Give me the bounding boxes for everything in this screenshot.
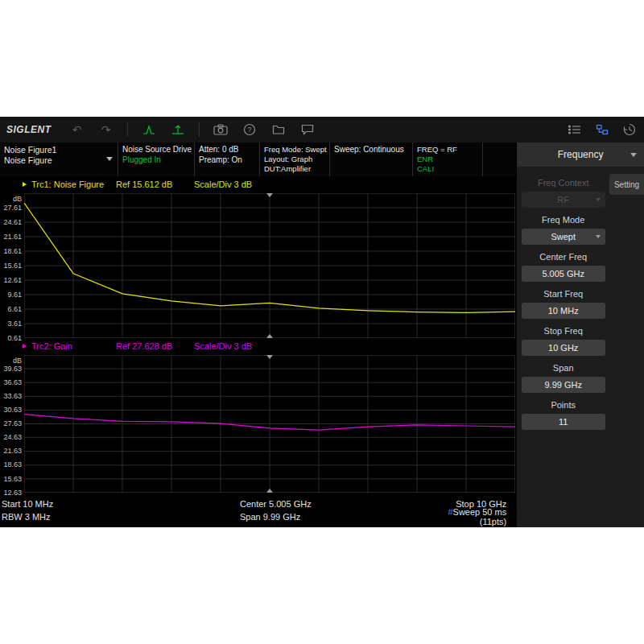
content-row: Noise Figure1 Noise Figure Noise Source … xyxy=(0,142,644,527)
center-freq-field[interactable]: 5.005 GHz xyxy=(522,266,605,282)
signal-a-icon[interactable] xyxy=(141,122,157,137)
lan-icon[interactable] xyxy=(594,122,610,137)
undo-icon[interactable]: ↶ xyxy=(69,122,85,137)
start-freq-field[interactable]: 10 MHz xyxy=(522,303,605,319)
y-tick-label: 27.61 xyxy=(3,204,22,212)
chat-icon[interactable] xyxy=(299,122,316,137)
measure-type: Noise Figure xyxy=(4,155,114,166)
noise-figure-plot[interactable]: dB27.6124.6121.6118.6115.6112.619.616.61… xyxy=(24,193,515,338)
y-tick-label: 3.61 xyxy=(7,320,22,328)
y-tick-label: 24.61 xyxy=(3,218,22,226)
y-tick-label: 18.61 xyxy=(3,247,22,255)
gain-trace xyxy=(24,355,515,493)
points-label: Points xyxy=(551,400,576,410)
noise-source-label: Noise Source Drive xyxy=(122,145,190,155)
trace-select-icon xyxy=(23,182,27,187)
freq-mode-dropdown[interactable]: Swept xyxy=(522,229,605,245)
y-tick-label: 21.61 xyxy=(3,233,22,241)
menu-item-stop-freq: Stop Freq 10 GHz xyxy=(517,326,609,356)
center-freq-readout: Center 5.005 GHz xyxy=(240,499,430,509)
noise-source-state: Plugged In xyxy=(122,155,190,166)
y-tick-label: 15.61 xyxy=(3,262,22,270)
freq-status-cell[interactable]: FREQ = RF ENR CALI xyxy=(413,142,483,176)
freq-context-label: Freq Context xyxy=(538,178,589,188)
measurement-column: Noise Figure1 Noise Figure Noise Source … xyxy=(0,142,516,527)
menu-item-start-freq: Start Freq 10 MHz xyxy=(517,289,609,319)
stop-freq-field[interactable]: 10 GHz xyxy=(522,340,605,356)
y-tick-label: dB xyxy=(13,195,22,203)
preamp-state: Preamp: On xyxy=(199,155,255,166)
trace1-ref: Ref 15.612 dB xyxy=(116,180,194,189)
chevron-down-icon xyxy=(596,235,601,238)
span-readout: Span 9.99 GHz xyxy=(240,512,430,522)
trace2-ref: Ref 27.628 dB xyxy=(116,341,194,351)
noise-figure-trace xyxy=(24,193,515,338)
trace1-header[interactable]: Trc1: Noise Figure Ref 15.612 dB Scale/D… xyxy=(0,176,516,193)
sweep-readout: #Sweep 50 ms (11pts) xyxy=(430,507,516,526)
panel-title-label: Frequency xyxy=(558,149,604,160)
trace2-scale: Scale/Div 3 dB xyxy=(194,341,252,351)
graph-area: Trc1: Noise Figure Ref 15.612 dB Scale/D… xyxy=(0,176,516,495)
chevron-down-icon xyxy=(106,157,113,161)
toolbar-divider xyxy=(127,122,128,137)
y-tick-label: 18.63 xyxy=(3,460,22,469)
y-tick-label: 36.63 xyxy=(3,378,22,386)
help-icon[interactable]: ? xyxy=(242,122,258,137)
start-freq-label: Start Freq xyxy=(543,289,583,299)
trace2-header[interactable]: Trc2: Gain Ref 27.628 dB Scale/Div 3 dB xyxy=(0,338,516,355)
menu-item-freq-context: Freq Context RF xyxy=(517,178,609,208)
span-field[interactable]: 9.99 GHz xyxy=(522,377,605,393)
svg-text:?: ? xyxy=(247,126,251,134)
panel-body: Setting Freq Context RF Freq Mode Swept … xyxy=(517,167,644,527)
gain-y-axis: dB39.6336.6333.6330.6327.6324.6321.6318.… xyxy=(0,355,22,493)
setting-tab[interactable]: Setting xyxy=(609,174,644,195)
layout-text: Layout: Graph xyxy=(264,155,325,164)
trace2-title: Trc2: Gain xyxy=(31,341,116,351)
y-tick-label: 9.61 xyxy=(7,291,22,299)
toolbar-right-group xyxy=(567,122,638,137)
y-tick-label: dB xyxy=(13,357,22,365)
y-tick-label: 39.63 xyxy=(3,365,22,373)
y-tick-label: 30.63 xyxy=(3,406,22,414)
points-field[interactable]: 11 xyxy=(522,414,605,430)
measure-name: Noise Figure1 xyxy=(4,145,114,155)
y-tick-label: 15.63 xyxy=(3,475,22,483)
menu-item-freq-mode: Freq Mode Swept xyxy=(517,215,609,245)
frequency-menu-panel: Frequency Setting Freq Context RF Freq M… xyxy=(516,142,644,527)
noise-figure-y-axis: dB27.6124.6121.6118.6115.6112.619.616.61… xyxy=(0,193,22,338)
toolbar-divider xyxy=(199,122,200,137)
siglent-logo: SIGLENT xyxy=(6,124,52,135)
menu-item-center-freq: Center Freq 5.005 GHz xyxy=(517,252,609,282)
atten-value: Atten: 0 dB xyxy=(199,145,255,155)
rbw-readout: RBW 3 MHz xyxy=(0,512,240,522)
measure-selector[interactable]: Noise Figure1 Noise Figure xyxy=(0,142,118,176)
center-freq-marker-bottom-icon xyxy=(266,489,273,493)
center-freq-marker-top-icon xyxy=(266,193,273,197)
annotation-filler xyxy=(483,142,516,176)
y-tick-label: 27.63 xyxy=(3,419,22,427)
history-icon[interactable] xyxy=(621,122,638,137)
cali-text: CALI xyxy=(417,164,478,174)
dut-text: DUT:Amplifier xyxy=(264,164,325,174)
chevron-down-icon xyxy=(596,198,601,201)
panel-title[interactable]: Frequency xyxy=(517,142,644,167)
folder-icon[interactable] xyxy=(270,122,287,137)
mode-cell[interactable]: Freq Mode: Swept Layout: Graph DUT:Ampli… xyxy=(260,142,330,176)
freq-rf-text: FREQ = RF xyxy=(417,145,478,155)
y-tick-label: 24.63 xyxy=(3,433,22,441)
list-menu-icon[interactable] xyxy=(567,122,583,137)
center-freq-marker-top-icon xyxy=(266,355,273,359)
menu-item-span: Span 9.99 GHz xyxy=(517,363,609,393)
gain-plot[interactable]: dB39.6336.6333.6330.6327.6324.6321.6318.… xyxy=(24,355,515,493)
camera-icon[interactable] xyxy=(213,122,229,137)
redo-icon[interactable]: ↷ xyxy=(98,122,114,137)
center-freq-label: Center Freq xyxy=(539,252,587,262)
freq-context-dropdown[interactable]: RF xyxy=(522,192,605,208)
freq-mode-text: Freq Mode: Swept xyxy=(264,145,325,155)
trace-select-icon xyxy=(23,344,27,349)
signal-b-icon[interactable] xyxy=(170,122,186,137)
sweep-cell[interactable]: Sweep: Continuous xyxy=(330,142,413,176)
atten-cell[interactable]: Atten: 0 dB Preamp: On xyxy=(195,142,260,176)
noise-source-cell[interactable]: Noise Source Drive Plugged In xyxy=(118,142,195,176)
y-tick-label: 0.61 xyxy=(7,334,22,342)
